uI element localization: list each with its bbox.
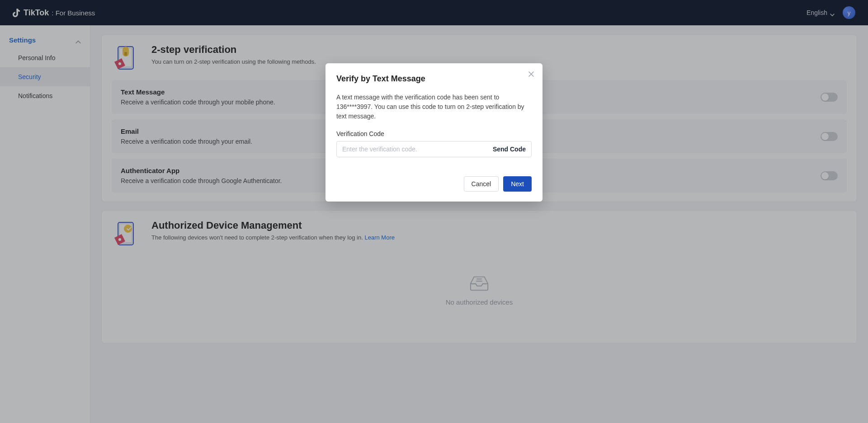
modal-overlay[interactable]: Verify by Text Message A text message wi… [0, 0, 868, 423]
modal-actions: Cancel Next [336, 176, 532, 192]
verification-code-field-wrap: Send Code [336, 141, 532, 157]
verify-text-modal: Verify by Text Message A text message wi… [326, 63, 542, 202]
send-code-button[interactable]: Send Code [493, 146, 526, 153]
next-button[interactable]: Next [503, 176, 532, 192]
cancel-button[interactable]: Cancel [464, 176, 499, 192]
modal-title: Verify by Text Message [336, 74, 532, 84]
verification-code-label: Verification Code [336, 130, 532, 137]
close-icon [528, 70, 534, 79]
close-button[interactable] [526, 70, 536, 80]
verification-code-input[interactable] [342, 146, 488, 153]
modal-description: A text message with the verification cod… [336, 93, 532, 121]
